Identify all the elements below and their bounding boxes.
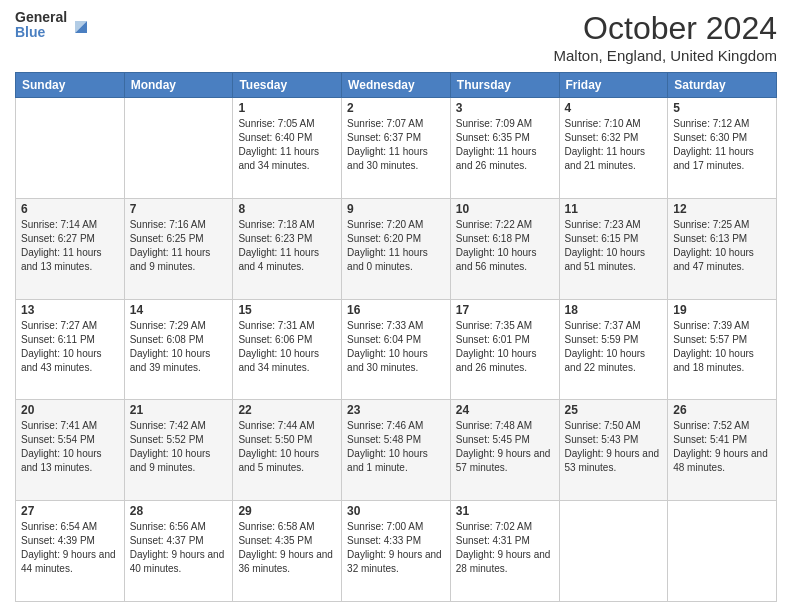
day-number: 27 bbox=[21, 504, 119, 518]
sunrise-text: Sunrise: 7:18 AM bbox=[238, 218, 336, 232]
table-row: 8 Sunrise: 7:18 AM Sunset: 6:23 PM Dayli… bbox=[233, 198, 342, 299]
day-info: Sunrise: 7:02 AM Sunset: 4:31 PM Dayligh… bbox=[456, 520, 554, 576]
day-number: 7 bbox=[130, 202, 228, 216]
day-number: 2 bbox=[347, 101, 445, 115]
daylight-text: Daylight: 11 hours and 9 minutes. bbox=[130, 246, 228, 274]
page: General Blue October 2024 Malton, Englan… bbox=[0, 0, 792, 612]
daylight-text: Daylight: 9 hours and 36 minutes. bbox=[238, 548, 336, 576]
day-number: 8 bbox=[238, 202, 336, 216]
day-info: Sunrise: 7:09 AM Sunset: 6:35 PM Dayligh… bbox=[456, 117, 554, 173]
day-info: Sunrise: 6:54 AM Sunset: 4:39 PM Dayligh… bbox=[21, 520, 119, 576]
sunset-text: Sunset: 5:45 PM bbox=[456, 433, 554, 447]
table-row: 14 Sunrise: 7:29 AM Sunset: 6:08 PM Dayl… bbox=[124, 299, 233, 400]
day-info: Sunrise: 7:42 AM Sunset: 5:52 PM Dayligh… bbox=[130, 419, 228, 475]
day-info: Sunrise: 7:14 AM Sunset: 6:27 PM Dayligh… bbox=[21, 218, 119, 274]
day-info: Sunrise: 6:58 AM Sunset: 4:35 PM Dayligh… bbox=[238, 520, 336, 576]
day-info: Sunrise: 7:29 AM Sunset: 6:08 PM Dayligh… bbox=[130, 319, 228, 375]
table-row: 17 Sunrise: 7:35 AM Sunset: 6:01 PM Dayl… bbox=[450, 299, 559, 400]
day-number: 30 bbox=[347, 504, 445, 518]
day-info: Sunrise: 7:25 AM Sunset: 6:13 PM Dayligh… bbox=[673, 218, 771, 274]
calendar-table: Sunday Monday Tuesday Wednesday Thursday… bbox=[15, 72, 777, 602]
day-number: 15 bbox=[238, 303, 336, 317]
sunset-text: Sunset: 6:04 PM bbox=[347, 333, 445, 347]
daylight-text: Daylight: 9 hours and 44 minutes. bbox=[21, 548, 119, 576]
daylight-text: Daylight: 9 hours and 57 minutes. bbox=[456, 447, 554, 475]
table-row: 21 Sunrise: 7:42 AM Sunset: 5:52 PM Dayl… bbox=[124, 400, 233, 501]
day-info: Sunrise: 7:52 AM Sunset: 5:41 PM Dayligh… bbox=[673, 419, 771, 475]
day-number: 13 bbox=[21, 303, 119, 317]
table-row: 20 Sunrise: 7:41 AM Sunset: 5:54 PM Dayl… bbox=[16, 400, 125, 501]
table-row: 11 Sunrise: 7:23 AM Sunset: 6:15 PM Dayl… bbox=[559, 198, 668, 299]
sunrise-text: Sunrise: 7:27 AM bbox=[21, 319, 119, 333]
day-info: Sunrise: 7:18 AM Sunset: 6:23 PM Dayligh… bbox=[238, 218, 336, 274]
col-saturday: Saturday bbox=[668, 73, 777, 98]
header: General Blue October 2024 Malton, Englan… bbox=[15, 10, 777, 64]
day-number: 24 bbox=[456, 403, 554, 417]
table-row: 29 Sunrise: 6:58 AM Sunset: 4:35 PM Dayl… bbox=[233, 501, 342, 602]
sunset-text: Sunset: 6:32 PM bbox=[565, 131, 663, 145]
sunset-text: Sunset: 4:37 PM bbox=[130, 534, 228, 548]
table-row bbox=[668, 501, 777, 602]
sunset-text: Sunset: 6:20 PM bbox=[347, 232, 445, 246]
sunset-text: Sunset: 4:39 PM bbox=[21, 534, 119, 548]
sunset-text: Sunset: 6:35 PM bbox=[456, 131, 554, 145]
day-number: 14 bbox=[130, 303, 228, 317]
table-row: 2 Sunrise: 7:07 AM Sunset: 6:37 PM Dayli… bbox=[342, 98, 451, 199]
sunset-text: Sunset: 5:48 PM bbox=[347, 433, 445, 447]
col-tuesday: Tuesday bbox=[233, 73, 342, 98]
day-number: 17 bbox=[456, 303, 554, 317]
sunrise-text: Sunrise: 7:23 AM bbox=[565, 218, 663, 232]
table-row: 27 Sunrise: 6:54 AM Sunset: 4:39 PM Dayl… bbox=[16, 501, 125, 602]
daylight-text: Daylight: 10 hours and 56 minutes. bbox=[456, 246, 554, 274]
daylight-text: Daylight: 10 hours and 51 minutes. bbox=[565, 246, 663, 274]
sunrise-text: Sunrise: 7:50 AM bbox=[565, 419, 663, 433]
sunset-text: Sunset: 5:52 PM bbox=[130, 433, 228, 447]
day-number: 5 bbox=[673, 101, 771, 115]
day-number: 10 bbox=[456, 202, 554, 216]
sunset-text: Sunset: 5:50 PM bbox=[238, 433, 336, 447]
day-number: 26 bbox=[673, 403, 771, 417]
daylight-text: Daylight: 10 hours and 1 minute. bbox=[347, 447, 445, 475]
sunrise-text: Sunrise: 7:16 AM bbox=[130, 218, 228, 232]
day-number: 21 bbox=[130, 403, 228, 417]
day-number: 23 bbox=[347, 403, 445, 417]
calendar-header-row: Sunday Monday Tuesday Wednesday Thursday… bbox=[16, 73, 777, 98]
calendar-week-row: 6 Sunrise: 7:14 AM Sunset: 6:27 PM Dayli… bbox=[16, 198, 777, 299]
daylight-text: Daylight: 10 hours and 43 minutes. bbox=[21, 347, 119, 375]
sunrise-text: Sunrise: 7:37 AM bbox=[565, 319, 663, 333]
sunset-text: Sunset: 6:37 PM bbox=[347, 131, 445, 145]
table-row: 1 Sunrise: 7:05 AM Sunset: 6:40 PM Dayli… bbox=[233, 98, 342, 199]
table-row: 19 Sunrise: 7:39 AM Sunset: 5:57 PM Dayl… bbox=[668, 299, 777, 400]
sunrise-text: Sunrise: 7:10 AM bbox=[565, 117, 663, 131]
sunset-text: Sunset: 6:30 PM bbox=[673, 131, 771, 145]
daylight-text: Daylight: 11 hours and 26 minutes. bbox=[456, 145, 554, 173]
sunrise-text: Sunrise: 6:54 AM bbox=[21, 520, 119, 534]
sunset-text: Sunset: 6:23 PM bbox=[238, 232, 336, 246]
sunrise-text: Sunrise: 7:00 AM bbox=[347, 520, 445, 534]
day-info: Sunrise: 7:07 AM Sunset: 6:37 PM Dayligh… bbox=[347, 117, 445, 173]
daylight-text: Daylight: 11 hours and 13 minutes. bbox=[21, 246, 119, 274]
table-row: 22 Sunrise: 7:44 AM Sunset: 5:50 PM Dayl… bbox=[233, 400, 342, 501]
table-row: 12 Sunrise: 7:25 AM Sunset: 6:13 PM Dayl… bbox=[668, 198, 777, 299]
sunset-text: Sunset: 6:25 PM bbox=[130, 232, 228, 246]
col-sunday: Sunday bbox=[16, 73, 125, 98]
table-row: 5 Sunrise: 7:12 AM Sunset: 6:30 PM Dayli… bbox=[668, 98, 777, 199]
daylight-text: Daylight: 9 hours and 28 minutes. bbox=[456, 548, 554, 576]
day-info: Sunrise: 7:05 AM Sunset: 6:40 PM Dayligh… bbox=[238, 117, 336, 173]
calendar-week-row: 27 Sunrise: 6:54 AM Sunset: 4:39 PM Dayl… bbox=[16, 501, 777, 602]
sunrise-text: Sunrise: 7:35 AM bbox=[456, 319, 554, 333]
logo-text-block: General Blue bbox=[15, 10, 67, 41]
day-info: Sunrise: 7:50 AM Sunset: 5:43 PM Dayligh… bbox=[565, 419, 663, 475]
daylight-text: Daylight: 10 hours and 30 minutes. bbox=[347, 347, 445, 375]
day-number: 18 bbox=[565, 303, 663, 317]
daylight-text: Daylight: 9 hours and 40 minutes. bbox=[130, 548, 228, 576]
daylight-text: Daylight: 10 hours and 9 minutes. bbox=[130, 447, 228, 475]
table-row: 26 Sunrise: 7:52 AM Sunset: 5:41 PM Dayl… bbox=[668, 400, 777, 501]
sunset-text: Sunset: 5:43 PM bbox=[565, 433, 663, 447]
day-number: 19 bbox=[673, 303, 771, 317]
sunrise-text: Sunrise: 7:20 AM bbox=[347, 218, 445, 232]
table-row: 3 Sunrise: 7:09 AM Sunset: 6:35 PM Dayli… bbox=[450, 98, 559, 199]
sunrise-text: Sunrise: 7:46 AM bbox=[347, 419, 445, 433]
sunrise-text: Sunrise: 7:29 AM bbox=[130, 319, 228, 333]
table-row bbox=[16, 98, 125, 199]
